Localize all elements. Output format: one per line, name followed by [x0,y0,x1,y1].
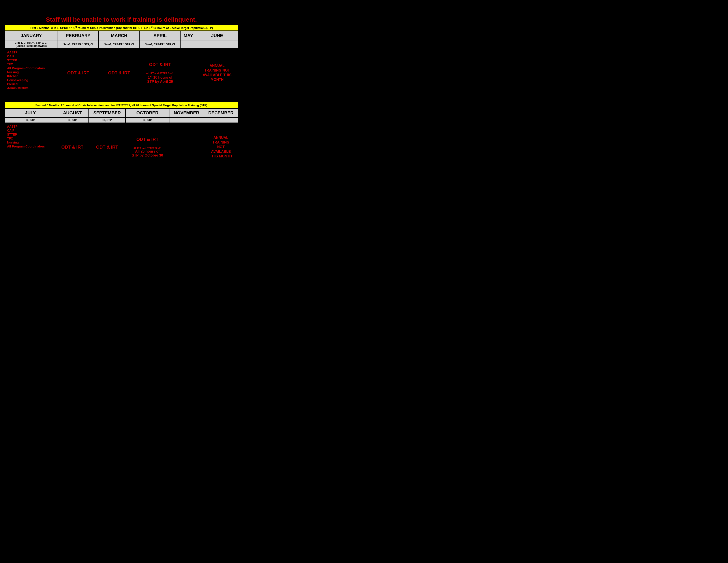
subheader-september: CI, STP [89,117,126,123]
january-item-kitchen: Kitchen [7,74,55,78]
july-item-sttep: STTEP [7,133,54,136]
february-odt: ODT & IRT [67,70,89,75]
subheader-august: CI, STP [56,117,88,123]
july-item-nursing: Nursing [7,141,54,144]
january-item-nursing: Nursing [7,70,55,74]
header-september: SEPTEMBER [89,108,126,117]
august-odt: ODT & IRT [61,145,83,149]
first-half-content-row: AASTP CAIP STTEP TFC All Program Coordin… [5,49,238,97]
subheader-october: CI, STP [126,117,169,123]
september-odt: ODT & IRT [96,145,118,149]
header-august: AUGUST [56,108,88,117]
january-item-caip: CAIP [7,55,55,58]
october-odt: ODT & IRT [136,137,158,142]
cell-april: ODT & IRT All IRT and STTEP Staff: 1st 1… [140,49,181,97]
subheader-may [181,40,196,49]
july-item-aastp: AASTP [7,125,54,128]
january-item-clerical: Clerical [7,82,55,86]
first-half-header-row: JANUARY FEBRUARY MARCH APRIL MAY JUNE [5,31,238,40]
june-annual-notice: ANNUALTRAINING NOTAVAILABLE THISMONTH [199,64,236,82]
second-half-header-row: JULY AUGUST SEPTEMBER OCTOBER NOVEMBER D… [5,108,238,117]
january-item-administrative: Administrative [7,86,55,90]
october-note-detail: All 20 hours ofSTP by October 30 [132,149,163,157]
cell-august: ODT & IRT [56,123,88,171]
header-february: FEBRUARY [58,31,99,40]
header-december: DECEMBER [204,108,238,117]
march-odt: ODT & IRT [108,70,130,75]
december-annual-notice: ANNUALTRAININGNOTAVAILABLETHIS MONTH [206,135,236,158]
january-item-aastp: AASTP [7,51,55,54]
july-item-caip: CAIP [7,129,54,132]
second-half-banner: Second 6 Months: 2nd round of Crisis Int… [4,102,238,108]
subheader-march: 3-in-1, CPR/FA*, STP, CI [99,40,139,49]
second-half-subheader-row: CI, STP CI, STP CI, STP CI, STP [5,117,238,123]
january-item-housekeeping: Housekeeping [7,78,55,82]
main-container: Staff will be unable to work if training… [4,16,238,172]
subheader-april: 3-in-1, CPR/FA*, STP, CI [140,40,181,49]
header-july: JULY [5,108,56,117]
header-march: MARCH [99,31,139,40]
april-note-detail: 1st 10 hours ofSTP by April 29 [146,75,174,83]
cell-january: AASTP CAIP STTEP TFC All Program Coordin… [5,49,58,97]
header-november: NOVEMBER [169,108,204,117]
subheader-june [196,40,238,49]
header-october: OCTOBER [126,108,169,117]
header-may: MAY [181,31,196,40]
cell-july: AASTP CAIP STTEP TFC Nursing All Program… [5,123,56,171]
subheader-january: 3-in-1, CPR/FA*, STP, & CI(unless listed… [5,40,58,49]
april-odt: ODT & IRT [149,62,171,67]
cell-september: ODT & IRT [89,123,126,171]
subheader-november [169,117,204,123]
main-title: Staff will be unable to work if training… [4,16,238,23]
january-item-tfc: TFC [7,62,55,66]
subheader-february: 3-in-1, CPR/FA*, STP, CI [58,40,99,49]
cell-march: ODT & IRT [99,49,139,97]
header-june: JUNE [196,31,238,40]
july-item-coordinators: All Program Coordinators [7,145,54,148]
cell-february: ODT & IRT [58,49,99,97]
january-item-sttep: STTEP [7,58,55,62]
first-half-table: JANUARY FEBRUARY MARCH APRIL MAY JUNE 3-… [4,31,238,97]
subheader-december [204,117,238,123]
cell-may [181,49,196,97]
second-half-table: JULY AUGUST SEPTEMBER OCTOBER NOVEMBER D… [4,108,238,171]
first-half-subheader-row: 3-in-1, CPR/FA*, STP, & CI(unless listed… [5,40,238,49]
january-item-coordinators: All Program Coordinators [7,66,55,70]
july-list: AASTP CAIP STTEP TFC Nursing All Program… [7,125,54,148]
cell-november [169,123,204,171]
header-january: JANUARY [5,31,58,40]
second-half-content-row: AASTP CAIP STTEP TFC Nursing All Program… [5,123,238,171]
october-note-label: All IRT and STTEP Staff: [132,147,163,149]
cell-october: ODT & IRT All IRT and STTEP Staff: All 2… [126,123,169,171]
cell-december: ANNUALTRAININGNOTAVAILABLETHIS MONTH [204,123,238,171]
subheader-july: CI, STP [5,117,56,123]
january-list: AASTP CAIP STTEP TFC All Program Coordin… [7,51,55,90]
cell-june: ANNUALTRAINING NOTAVAILABLE THISMONTH [196,49,238,97]
april-note-label: All IRT and STTEP Staff: [146,72,174,75]
first-half-banner: First 6 Months: 3 in 1, CPR/FA*, 1st rou… [4,24,238,31]
header-april: APRIL [140,31,181,40]
july-item-tfc: TFC [7,137,54,140]
